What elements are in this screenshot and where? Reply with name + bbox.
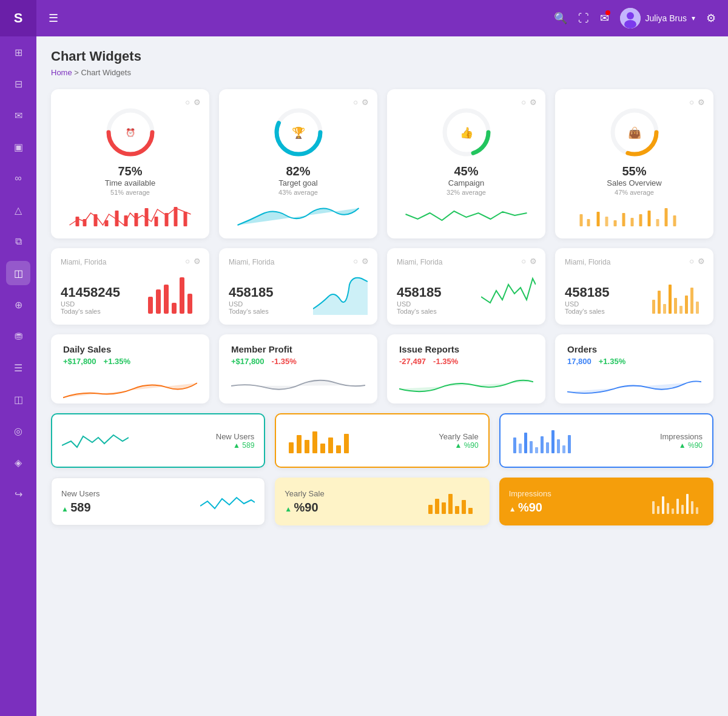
donut-card-campaign: ○ ⚙ 👍 45% Campaign 32% average (387, 89, 545, 238)
miami-usd-1: USD (61, 300, 120, 308)
sidebar-item-monitor[interactable]: ▣ (6, 135, 30, 159)
app-logo[interactable]: S (0, 0, 36, 36)
stat-val1-member: +$17,800 (231, 357, 265, 366)
main-content: Chart Widgets Home > Chart Widgets ○ ⚙ ⏰… (36, 36, 728, 716)
svg-rect-40 (156, 289, 161, 314)
stat-chart-issues (399, 371, 533, 401)
sidebar-item-plus[interactable]: ⊕ (6, 292, 30, 317)
sidebar-item-share[interactable]: ↪ (6, 482, 30, 506)
svg-rect-65 (530, 441, 533, 453)
svg-rect-15 (165, 213, 169, 226)
donut-pct-target: 82% (229, 164, 368, 178)
bottom-card-yearly: Yearly Sale ▲ %90 (275, 478, 489, 525)
sidebar-item-layers[interactable]: ⧉ (6, 229, 30, 254)
svg-rect-14 (155, 217, 158, 226)
sidebar-item-box[interactable]: ◫ (6, 387, 30, 411)
sidebar-item-drop[interactable]: ◈ (6, 450, 30, 475)
sidebar-item-game[interactable]: ⛃ (6, 324, 30, 348)
svg-rect-89 (696, 507, 698, 514)
ticker-chart-yearly (286, 424, 352, 454)
svg-text:👜: 👜 (628, 126, 642, 140)
breadcrumb-current: Chart Widgets (81, 68, 131, 77)
miami-chart-3 (481, 272, 536, 315)
svg-rect-56 (305, 440, 309, 453)
sidebar-item-dashboard[interactable]: ⊞ (6, 40, 30, 64)
miami-gear-1[interactable]: ⚙ (194, 257, 201, 266)
sidebar-item-grid[interactable]: ⊟ (6, 72, 30, 96)
card-gear-target[interactable]: ⚙ (362, 98, 369, 107)
miami-radio-3[interactable]: ○ (521, 257, 526, 266)
sidebar-item-location[interactable]: ◎ (6, 419, 30, 443)
svg-rect-53 (696, 302, 699, 314)
sidebar-item-mail[interactable]: ✉ (6, 103, 30, 127)
card-radio-campaign[interactable]: ○ (521, 98, 526, 107)
donut-title-target: Target goal (229, 178, 368, 187)
mini-chart-sales (565, 202, 704, 226)
card-radio-target[interactable]: ○ (353, 98, 358, 107)
ticker-card-yearly: Yearly Sale ▲ %90 (275, 413, 489, 468)
miami-radio-1[interactable]: ○ (185, 257, 190, 266)
settings-icon[interactable]: ⚙ (706, 12, 716, 25)
bottom-title-impressions: Impressions (509, 489, 551, 498)
card-gear-campaign[interactable]: ⚙ (530, 98, 537, 107)
fullscreen-icon[interactable]: ⛶ (578, 12, 589, 25)
svg-rect-78 (462, 500, 466, 514)
svg-rect-7 (83, 219, 87, 226)
stat-card-orders: Orders 17,800 +1.35% (555, 334, 713, 404)
svg-rect-85 (676, 499, 679, 514)
svg-rect-59 (328, 437, 333, 453)
sidebar-item-alert[interactable]: △ (6, 198, 30, 222)
miami-location-2: Miami, Florida (229, 258, 368, 266)
donut-sub-target: 43% average (229, 189, 368, 196)
user-menu[interactable]: Juliya Brus ▾ (620, 8, 695, 29)
stat-val2-member: -1.35% (272, 357, 297, 366)
stat-title-daily: Daily Sales (63, 344, 197, 354)
sidebar-item-charts[interactable]: ◫ (6, 261, 30, 285)
donut-pct-campaign: 45% (397, 164, 536, 178)
card-gear-time[interactable]: ⚙ (194, 98, 201, 107)
svg-rect-34 (639, 214, 642, 226)
miami-gear-3[interactable]: ⚙ (530, 257, 537, 266)
mail-icon[interactable]: ✉ (600, 12, 609, 25)
search-icon[interactable]: 🔍 (554, 12, 567, 25)
sidebar-item-infinity[interactable]: ∞ (6, 166, 30, 191)
miami-number-3: 458185 (397, 285, 441, 300)
svg-rect-28 (587, 219, 590, 226)
donut-sub-sales: 47% average (565, 189, 704, 196)
menu-icon[interactable]: ☰ (49, 12, 58, 25)
mail-badge-dot (605, 10, 610, 15)
miami-gear-4[interactable]: ⚙ (698, 257, 705, 266)
svg-rect-9 (105, 220, 109, 226)
bottom-up-users: ▲ 589 (61, 501, 100, 515)
donut-title-sales: Sales Overview (565, 178, 704, 187)
bottom-up-yearly: ▲ %90 (285, 501, 324, 515)
card-radio-sales[interactable]: ○ (689, 98, 694, 107)
donut-title-campaign: Campaign (397, 178, 536, 187)
card-radio-time[interactable]: ○ (185, 98, 190, 107)
donut-sub-time: 51% average (61, 189, 200, 196)
svg-rect-86 (681, 505, 684, 514)
stat-val2-issues: -1.35% (433, 357, 458, 366)
svg-text:👍: 👍 (460, 126, 474, 140)
svg-rect-46 (658, 291, 661, 314)
miami-radio-4[interactable]: ○ (689, 257, 694, 266)
stat-chart-daily (63, 371, 197, 401)
svg-rect-70 (557, 439, 560, 453)
svg-rect-72 (568, 435, 571, 453)
sidebar: S ⊞ ⊟ ✉ ▣ ∞ △ ⧉ ◫ ⊕ ⛃ ☰ ◫ ◎ ◈ ↪ (0, 0, 36, 716)
stat-val2-daily: +1.35% (104, 357, 130, 366)
card-gear-sales[interactable]: ⚙ (698, 98, 705, 107)
svg-rect-44 (187, 294, 192, 314)
miami-radio-2[interactable]: ○ (353, 257, 358, 266)
breadcrumb-home[interactable]: Home (51, 68, 72, 77)
bottom-up-impressions: ▲ %90 (509, 501, 551, 515)
user-name[interactable]: Juliya Brus (645, 13, 687, 23)
miami-number-1: 41458245 (61, 285, 120, 300)
miami-gear-2[interactable]: ⚙ (362, 257, 369, 266)
svg-rect-36 (656, 219, 659, 226)
user-dropdown-icon[interactable]: ▾ (692, 14, 695, 22)
sidebar-item-table[interactable]: ☰ (6, 356, 30, 380)
donut-card-sales: ○ ⚙ 👜 55% Sales Overview 47% average (555, 89, 713, 238)
miami-label-4: Today's sales (565, 308, 609, 315)
svg-point-1 (627, 12, 634, 19)
